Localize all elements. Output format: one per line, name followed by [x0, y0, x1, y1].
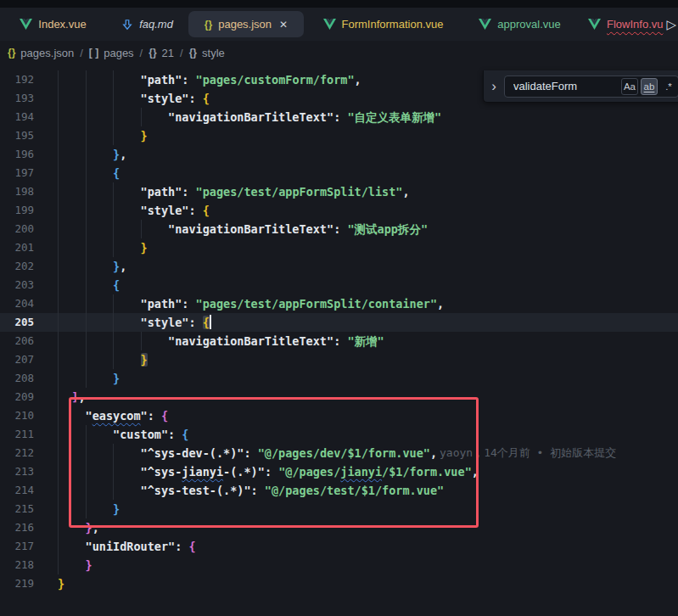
- tab-pages-json[interactable]: {}pages.json✕: [188, 11, 304, 37]
- vue-icon: [323, 19, 336, 30]
- code-line[interactable]: 219}: [0, 574, 678, 593]
- code-line-content: {: [34, 164, 678, 182]
- code-line[interactable]: 209 ],: [0, 388, 678, 406]
- code-line-content: "custom": {: [34, 425, 678, 444]
- close-icon[interactable]: ✕: [279, 20, 288, 30]
- indent-guide: [113, 462, 114, 481]
- vue-icon: [588, 19, 601, 30]
- code-line-content: }: [34, 126, 678, 145]
- tab-approval-vue[interactable]: approval.vue: [462, 11, 577, 37]
- json-icon: {}: [8, 48, 15, 58]
- indent-guide: [113, 182, 114, 201]
- code-line[interactable]: 207 }: [0, 350, 678, 369]
- object-symbol-icon: {}: [148, 48, 156, 58]
- indent-guide: [86, 500, 87, 518]
- indent-guide: [86, 145, 87, 164]
- code-line[interactable]: 214 "^sys-test-(.*)": "@/pages/test/$1/f…: [0, 481, 678, 500]
- code-line[interactable]: 213 "^sys-jianyi-(.*)": "@/pages/jianyi/…: [0, 462, 678, 481]
- line-number: 208: [0, 369, 34, 388]
- find-input-box: Aaab.*: [504, 76, 678, 98]
- indent-guide: [86, 350, 87, 369]
- code-line[interactable]: 218 }: [0, 556, 678, 574]
- code-editor[interactable]: 192 "path": "pages/customForm/form",193 …: [0, 70, 678, 593]
- code-line[interactable]: 208 }: [0, 369, 678, 388]
- breadcrumb-separator: /: [80, 47, 83, 59]
- object-symbol-icon: {}: [189, 48, 197, 58]
- vue-icon: [479, 19, 491, 30]
- indent-guide: [58, 126, 59, 145]
- indent-guide: [113, 481, 114, 500]
- indent-guide: [58, 238, 59, 257]
- line-number: 192: [0, 70, 34, 89]
- breadcrumb-item-style[interactable]: {}style: [189, 47, 225, 59]
- indent-guide: [58, 220, 59, 238]
- chevron-right-icon[interactable]: ›: [484, 79, 504, 93]
- regex-toggle[interactable]: .*: [660, 78, 677, 95]
- text-cursor: [210, 315, 211, 329]
- code-line[interactable]: 212 "^sys-dev-(.*)": "@/pages/dev/$1/for…: [0, 444, 678, 462]
- code-line[interactable]: 204 "path": "pages/test/appFormSplit/con…: [0, 294, 678, 313]
- line-number: 214: [0, 481, 34, 500]
- breadcrumb-item-21[interactable]: {}21: [148, 47, 174, 59]
- match-case-toggle[interactable]: Aa: [621, 78, 638, 95]
- indent-guide: [58, 444, 59, 462]
- code-line[interactable]: 195 }: [0, 126, 678, 145]
- indent-guide: [113, 238, 114, 257]
- indent-guide: [58, 425, 59, 444]
- code-line[interactable]: 201 }: [0, 238, 678, 257]
- breadcrumb-item-pages[interactable]: [ ]pages: [89, 47, 134, 59]
- code-line[interactable]: 200 "navigationBarTitleText": "测试app拆分": [0, 220, 678, 238]
- code-line[interactable]: 217 "uniIdRouter": {: [0, 537, 678, 556]
- breadcrumb-label: pages.json: [20, 47, 74, 59]
- code-line[interactable]: 196 },: [0, 145, 678, 164]
- indent-guide: [58, 388, 59, 406]
- code-line-content: "navigationBarTitleText": "自定义表单新增": [34, 108, 678, 126]
- code-line[interactable]: 197 {: [0, 164, 678, 182]
- code-line-content: "^sys-dev-(.*)": "@/pages/dev/$1/form.vu…: [34, 444, 678, 462]
- code-line[interactable]: 202 },: [0, 257, 678, 276]
- code-line[interactable]: 199 "style": {: [0, 201, 678, 220]
- code-line[interactable]: 203 {: [0, 276, 678, 294]
- tab-label: approval.vue: [497, 18, 560, 31]
- breadcrumb: {}pages.json/[ ]pages/{}21/{}style: [0, 41, 678, 64]
- find-input[interactable]: [505, 79, 615, 93]
- tab-forminformation-vue[interactable]: FormInformation.vue: [304, 11, 462, 37]
- breadcrumb-label: 21: [162, 47, 174, 59]
- editor-tab-bar: Index.vuefaq.md{}pages.json✕FormInformat…: [0, 8, 678, 41]
- code-line-content: "^sys-test-(.*)": "@/pages/test/$1/form.…: [34, 481, 678, 500]
- code-line-content: "path": "pages/test/appFormSplit/list",: [34, 182, 678, 201]
- indent-guide: [86, 164, 87, 182]
- indent-guide: [58, 350, 59, 369]
- indent-guide: [86, 462, 87, 481]
- line-number: 194: [0, 108, 34, 126]
- indent-guide: [86, 294, 87, 313]
- whole-word-toggle[interactable]: ab: [641, 78, 658, 95]
- code-line[interactable]: 216 },: [0, 518, 678, 537]
- code-line[interactable]: 206 "navigationBarTitleText": "新增": [0, 332, 678, 350]
- line-number: 203: [0, 276, 34, 294]
- indent-guide: [113, 108, 114, 126]
- vscode-window: Index.vuefaq.md{}pages.json✕FormInformat…: [0, 0, 678, 616]
- find-options: Aaab.*: [621, 78, 677, 95]
- line-number: 213: [0, 462, 34, 481]
- code-line[interactable]: 205 "style": {: [0, 313, 678, 332]
- indent-guide: [58, 462, 59, 481]
- breadcrumb-item-pages-json[interactable]: {}pages.json: [8, 47, 74, 59]
- tab-index-vue[interactable]: Index.vue: [0, 11, 106, 37]
- tab-flowinfo-vu[interactable]: FlowInfo.vu: [577, 11, 664, 37]
- line-number: 207: [0, 350, 34, 369]
- indent-guide: [141, 332, 142, 350]
- run-icon[interactable]: ▷: [666, 18, 676, 31]
- json-icon: {}: [205, 20, 212, 30]
- indent-guide: [113, 332, 114, 350]
- code-line-content: },: [34, 518, 678, 537]
- code-line[interactable]: 215 }: [0, 500, 678, 518]
- code-line[interactable]: 210 "easycom": {: [0, 406, 678, 425]
- code-line[interactable]: 211 "custom": {: [0, 425, 678, 444]
- code-line-content: }: [34, 350, 678, 369]
- markdown-icon: [121, 19, 133, 31]
- code-line[interactable]: 194 "navigationBarTitleText": "自定义表单新增": [0, 108, 678, 126]
- indent-guide: [58, 89, 59, 108]
- tab-faq-md[interactable]: faq.md: [106, 11, 188, 37]
- code-line[interactable]: 198 "path": "pages/test/appFormSplit/lis…: [0, 182, 678, 201]
